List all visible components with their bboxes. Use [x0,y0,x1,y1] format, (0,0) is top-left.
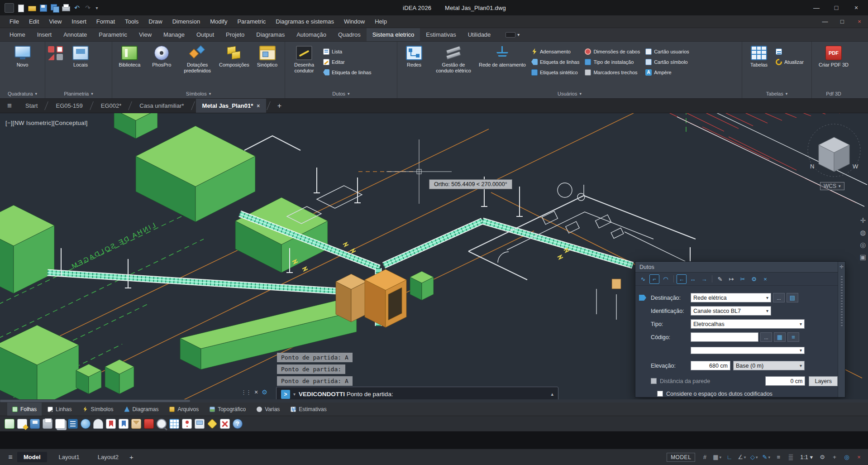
steering-wheel-icon[interactable]: ▣ [860,253,866,261]
codigo-input[interactable] [691,332,758,342]
polyline-duct-icon[interactable]: ⌐ [649,274,659,284]
properties-board-icon[interactable] [68,419,78,429]
layout1-tab[interactable]: Layout1 [52,452,86,462]
palette-grip-dots[interactable] [841,276,843,326]
dynamic-input-icon[interactable]: ✎▾ [761,452,772,463]
open-file-icon[interactable] [27,3,37,13]
mail-icon[interactable] [131,419,141,429]
novo-button[interactable]: Novo [9,44,37,68]
command-prompt-icon[interactable]: > [281,390,290,399]
menu-view[interactable]: View [44,15,67,28]
menu-window[interactable]: Window [339,15,370,28]
panel-label-quadratura[interactable]: Quadratura ▾ [0,89,45,98]
menu-insert[interactable]: Insert [67,15,91,28]
ribbon-tab-automacao[interactable]: Automação [291,28,332,41]
dimensoes-cabos-button[interactable]: Dimensões de cabos [585,46,640,57]
ribbon-tab-utilidade[interactable]: Utilidade [462,28,497,41]
planimetria-tool-icon-3[interactable] [48,54,54,60]
cartao-simbolo-button[interactable]: Cartão símbolo [645,57,689,67]
horizontal-scrollbar[interactable] [0,399,868,403]
ribbon-overflow-button[interactable]: ▾ [501,28,524,41]
command-dropdown-icon[interactable]: ▾ [293,392,296,397]
command-expand-icon[interactable]: ▴ [551,391,553,397]
menu-file[interactable]: File [5,15,24,28]
viewport-controls[interactable]: [−][NW Isometric][Conceptual] [5,120,88,126]
file-tabs-menu-icon[interactable]: ≡ [0,99,19,113]
menu-modify[interactable]: Modify [205,15,232,28]
panel-tab-topografico[interactable]: Topográfico [205,403,251,416]
ribbon-tab-insert[interactable]: Insert [31,28,58,41]
doc-close-button[interactable]: × [851,15,868,28]
undo-icon[interactable]: ↶ [72,3,81,13]
composicoes-button[interactable]: Composições [219,44,249,68]
settings-gear-icon[interactable]: ⚙ [749,274,759,284]
locais-button[interactable]: Locais [67,44,95,68]
adensamento-button[interactable]: Adensamento [531,46,579,57]
pdf-export-icon[interactable] [144,419,154,429]
redes-button[interactable]: Redes [400,44,428,68]
planimetria-tool-icon-2[interactable] [57,46,63,53]
panel-label-planimetria[interactable]: Planimetria ▾ [45,89,112,98]
ribbon-tab-diagramas[interactable]: Diagramas [250,28,291,41]
new-layout-button[interactable]: + [125,453,138,461]
orbit-icon[interactable]: ◎ [860,241,866,249]
rede-aterramento-button[interactable]: Rede de aterramento [479,44,526,68]
menu-edit[interactable]: Edit [24,15,44,28]
command-close-icon[interactable]: × [254,388,258,396]
tipo-instalacao-button[interactable]: Tipo de instalação [585,57,640,67]
ribbon-tab-projeto[interactable]: Projeto [220,28,250,41]
viewcube[interactable]: N W [808,124,860,177]
destinacao-table-icon[interactable]: ▤ [787,293,798,302]
file-tab-eg002[interactable]: EG002* [95,99,128,113]
zoom-search-icon[interactable] [157,419,167,429]
menu-dimension[interactable]: Dimension [167,15,205,28]
trim-icon[interactable]: ✂ [738,274,748,284]
delete-mark-icon[interactable] [220,419,230,429]
panel-tab-varias[interactable]: Varias [252,403,285,416]
grid-table-icon[interactable] [169,419,179,429]
ribbon-tab-quadros[interactable]: Quadros [332,28,367,41]
grid-toggle-icon[interactable]: # [699,452,710,463]
identificacao-select[interactable]: Canale stacco BL7 ▾ [691,306,771,316]
codigo-table-icon[interactable]: ▦ [774,332,786,342]
etiqueta-de-linhas-button[interactable]: Etiqueta de linhas [531,57,579,67]
new-from-template-icon[interactable] [17,419,27,429]
bookmark-red-icon[interactable] [106,419,116,429]
doc-restore-button[interactable]: □ [834,15,851,28]
menu-diagramas-sistemas[interactable]: Diagramas e sistemas [271,15,339,28]
ribbon-tab-view[interactable]: View [133,28,157,41]
pan-icon[interactable]: ✛ [860,216,866,225]
settings-gear-icon[interactable]: ⚙ [817,452,828,463]
close-button[interactable]: × [846,0,866,15]
ribbon-tab-manage[interactable]: Manage [157,28,191,41]
codigo-list-icon[interactable]: ≡ [787,332,799,342]
web-publish-icon[interactable] [81,419,91,429]
file-tab-eg05[interactable]: EG05-159 [49,99,89,113]
planimetria-tool-icon-1[interactable] [48,46,54,53]
scrollbar-thumb[interactable] [0,400,190,402]
criar-pdf3d-button[interactable]: PDF Criar PDF 3D [819,44,849,68]
atualizar-button[interactable]: Atualizar [776,57,804,67]
elevacao-input[interactable] [691,361,730,370]
clear-screen-icon[interactable]: × [854,452,864,463]
editar-button[interactable]: Editar [323,57,371,67]
minimize-button[interactable]: — [806,0,826,15]
etiqueta-sintetico-button[interactable]: Etiqueta sintético [531,67,579,77]
distancia-checkbox[interactable] [651,378,657,384]
panel-tab-estimativas[interactable]: Estimativas [286,403,331,416]
elevacao-base-select[interactable]: Base (0 m) ▾ [733,361,805,370]
maximize-button[interactable]: □ [826,0,846,15]
desenha-condutor-button[interactable]: Desenha condutor [288,44,320,73]
qat-dropdown-icon[interactable]: ▾ [94,3,100,13]
biblioteca-button[interactable]: Biblioteca [115,44,143,68]
ribbon-tab-annotate[interactable]: Annotate [57,28,93,41]
sinoptico-button[interactable]: Sinóptico [253,44,281,68]
destinacao-browse-button[interactable]: ... [773,293,785,302]
ribbon-tab-sistema-eletrico[interactable]: Sistema eletrico [367,28,420,41]
compass-n-label[interactable]: N [810,163,814,170]
command-text[interactable]: VEDICONDOTTI Ponto de partida: [299,391,393,398]
help-icon[interactable]: ? [233,419,243,429]
frame-window-icon[interactable] [195,419,205,429]
wcs-indicator[interactable]: WCS ▾ [820,182,844,190]
panel-label-pdf3d[interactable]: Pdf 3D [812,89,855,98]
